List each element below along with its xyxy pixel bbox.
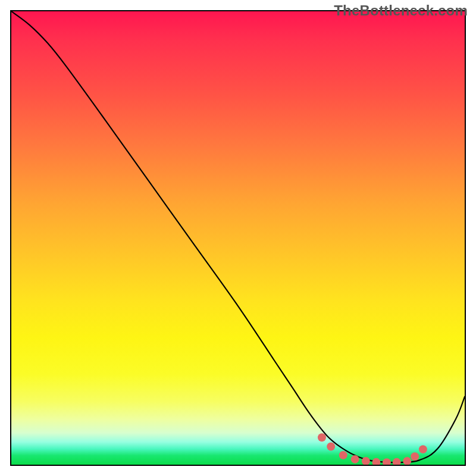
plot-area: [10, 10, 466, 466]
fit-dot: [411, 452, 419, 461]
watermark-text: TheBottleneck.com: [334, 2, 468, 19]
curve-layer: [11, 11, 465, 465]
fit-dot: [318, 433, 326, 441]
bottleneck-curve: [11, 11, 465, 462]
fit-dot: [339, 451, 347, 459]
fit-dot: [351, 455, 359, 464]
fit-dot: [419, 445, 427, 453]
fit-region-dots: [318, 433, 427, 465]
fit-dot: [403, 457, 411, 465]
fit-dot: [393, 458, 401, 465]
fit-dot: [383, 458, 391, 465]
chart-frame: TheBottleneck.com: [0, 0, 476, 476]
fit-dot: [372, 458, 380, 465]
fit-dot: [327, 443, 335, 451]
